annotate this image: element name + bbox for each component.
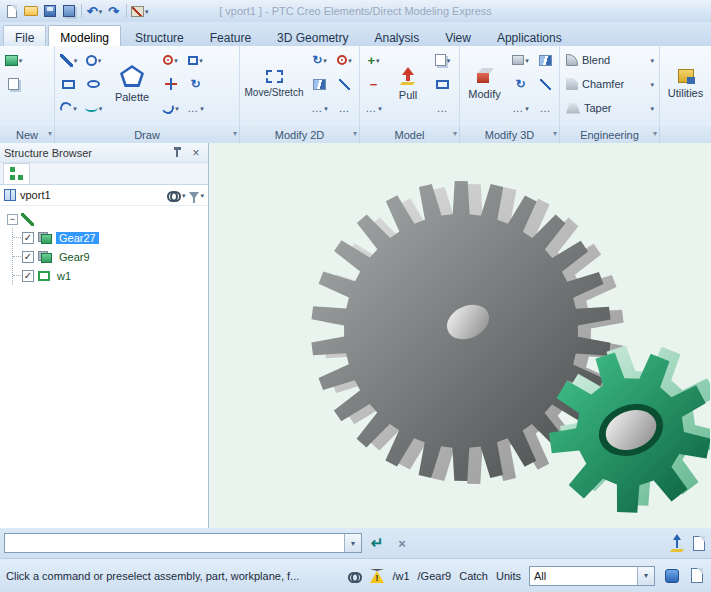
new-document-button[interactable] xyxy=(3,3,20,20)
new-window-button[interactable] xyxy=(2,73,25,95)
draw-point-button[interactable]: ▾ xyxy=(159,49,182,71)
add-material-button[interactable]: +▾ xyxy=(362,49,385,71)
chamfer-button[interactable]: Chamfer▾ xyxy=(562,73,658,95)
group-dialog-launcher[interactable]: ▾ xyxy=(233,129,237,138)
group-dialog-launcher[interactable]: ▾ xyxy=(353,129,357,138)
tree-item-gear27[interactable]: ✓ Gear27 xyxy=(13,228,208,247)
measure-button[interactable]: ▾ xyxy=(131,3,149,20)
pull-button[interactable]: Pull xyxy=(387,49,429,119)
draw-ellipse-button[interactable] xyxy=(82,73,105,95)
taper-label: Taper xyxy=(584,102,646,114)
draw-circle-button[interactable]: ▾ xyxy=(82,49,105,71)
tab-file[interactable]: File xyxy=(3,25,46,46)
execute-command-button[interactable]: ↵ xyxy=(366,533,388,553)
tab-3d-geometry[interactable]: 3D Geometry xyxy=(265,25,360,46)
ellipse-icon xyxy=(87,80,100,88)
tab-analysis[interactable]: Analysis xyxy=(362,25,431,46)
draw-axes-button[interactable] xyxy=(159,73,182,95)
catch-button[interactable]: Catch xyxy=(459,570,488,582)
units-button[interactable]: Units xyxy=(496,570,521,582)
tab-view[interactable]: View xyxy=(433,25,483,46)
visibility-checkbox[interactable]: ✓ xyxy=(22,270,34,282)
draw-rectangle-button[interactable] xyxy=(57,73,80,95)
line-mod-button[interactable] xyxy=(333,73,356,95)
visibility-checkbox[interactable]: ✓ xyxy=(22,232,34,244)
selection-filter-dropdown[interactable]: ▾ xyxy=(637,567,654,585)
group-label-model: Model▾ xyxy=(360,126,460,143)
active-workplane-button[interactable]: /w1 xyxy=(392,570,409,582)
modify-3d-extra-button[interactable]: … xyxy=(534,97,557,119)
undo-button[interactable]: ↶▾ xyxy=(86,3,103,20)
model-extra-button[interactable]: … xyxy=(431,97,454,119)
group-dialog-launcher[interactable]: ▾ xyxy=(553,129,557,138)
tab-structure[interactable]: Structure xyxy=(123,25,196,46)
utilities-button[interactable]: Utilities xyxy=(662,49,709,119)
filter-button[interactable]: ▾ xyxy=(189,192,204,199)
viewport-settings-button[interactable] xyxy=(663,567,680,584)
move-3d-button[interactable]: ▾ xyxy=(509,49,532,71)
pin-panel-button[interactable] xyxy=(169,145,185,161)
tree-item-w1[interactable]: ✓ w1 xyxy=(13,266,208,285)
modify-3d-more-button[interactable]: …▾ xyxy=(509,97,532,119)
selection-filter-combobox[interactable]: All ▾ xyxy=(529,566,655,586)
pattern-button[interactable] xyxy=(431,73,454,95)
model-more-button[interactable]: …▾ xyxy=(362,97,385,119)
active-part-button[interactable]: /Gear9 xyxy=(418,570,452,582)
modify-2d-extra-button[interactable]: … xyxy=(333,97,356,119)
taper-button[interactable]: Taper▾ xyxy=(562,97,658,119)
collapse-toggle[interactable]: − xyxy=(7,214,18,225)
draw-offset-button[interactable]: ↻ xyxy=(184,73,207,95)
command-history-dropdown[interactable]: ▾ xyxy=(344,534,361,552)
mirror-3d-button[interactable] xyxy=(534,49,557,71)
viewport-3d[interactable] xyxy=(209,143,711,528)
draw-fillet-button[interactable]: ▾ xyxy=(159,97,182,119)
new-part-button[interactable]: ▾ xyxy=(2,49,25,71)
group-dialog-launcher[interactable]: ▾ xyxy=(653,129,657,138)
sheet-button[interactable] xyxy=(688,567,705,584)
tree-item-label[interactable]: Gear27 xyxy=(56,232,99,244)
circle-mod-button[interactable]: ▾ xyxy=(333,49,356,71)
workplane-tool-button[interactable] xyxy=(669,535,686,552)
modify-button[interactable]: Modify xyxy=(462,49,507,119)
draw-spline-button[interactable]: ▾ xyxy=(82,97,105,119)
group-dialog-launcher[interactable]: ▾ xyxy=(48,129,52,138)
structure-tab[interactable] xyxy=(3,163,30,184)
visibility-checkbox[interactable]: ✓ xyxy=(22,251,34,263)
dropdown-icon: ▾ xyxy=(73,105,77,112)
new-drawing-button[interactable] xyxy=(690,535,707,552)
stamp-button[interactable]: ▾ xyxy=(431,49,454,71)
move-stretch-button[interactable]: Move/Stretch xyxy=(242,49,306,119)
command-input[interactable] xyxy=(5,534,344,552)
save-all-button[interactable] xyxy=(60,3,77,20)
tree-item-label[interactable]: w1 xyxy=(54,270,74,282)
remove-material-button[interactable]: − xyxy=(362,73,385,95)
clear-command-button[interactable]: × xyxy=(392,533,412,553)
save-button[interactable] xyxy=(41,3,58,20)
warning-button[interactable]: ! xyxy=(370,569,384,583)
open-button[interactable] xyxy=(22,3,39,20)
find-button[interactable]: ▾ xyxy=(167,191,186,199)
tab-applications[interactable]: Applications xyxy=(485,25,574,46)
blend-button[interactable]: Blend▾ xyxy=(562,49,658,71)
rotate-3d-button[interactable]: ↻ xyxy=(509,73,532,95)
draw-line-button[interactable]: ▾ xyxy=(57,49,80,71)
tab-modeling[interactable]: Modeling xyxy=(48,25,121,46)
draw-arc-button[interactable]: ▾ xyxy=(57,97,80,119)
scale-3d-button[interactable] xyxy=(534,73,557,95)
mirror-2d-button[interactable] xyxy=(308,73,331,95)
palette-button[interactable]: Palette xyxy=(107,49,157,119)
tree-item-gear9[interactable]: ✓ Gear9 xyxy=(13,247,208,266)
selection-filter-value: All xyxy=(530,567,637,585)
tab-feature[interactable]: Feature xyxy=(198,25,263,46)
modify-2d-more-button[interactable]: …▾ xyxy=(308,97,331,119)
rotate-2d-button[interactable]: ↻▾ xyxy=(308,49,331,71)
preview-button[interactable] xyxy=(348,572,362,580)
redo-button[interactable]: ↷ xyxy=(105,3,122,20)
group-dialog-launcher[interactable]: ▾ xyxy=(453,129,457,138)
draw-more-button[interactable]: …▾ xyxy=(184,97,207,119)
close-panel-button[interactable]: × xyxy=(188,145,204,161)
gears-canvas[interactable] xyxy=(209,143,710,528)
draw-trim-button[interactable]: ▾ xyxy=(184,49,207,71)
ribbon-tab-bar: File Modeling Structure Feature 3D Geome… xyxy=(0,22,711,46)
tree-item-label[interactable]: Gear9 xyxy=(56,251,93,263)
